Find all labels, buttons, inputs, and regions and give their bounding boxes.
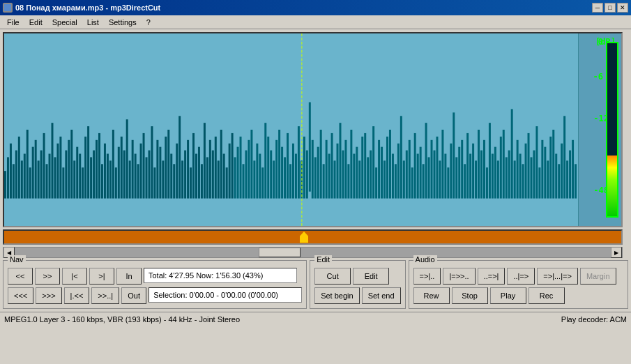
svg-rect-151	[417, 154, 419, 199]
scrollbar[interactable]: ◀ ▶	[3, 247, 623, 258]
svg-rect-146	[403, 160, 405, 198]
svg-rect-33	[90, 157, 92, 198]
svg-rect-5	[13, 164, 15, 198]
set-begin-button[interactable]: Set begin	[314, 287, 359, 304]
svg-rect-130	[358, 160, 360, 198]
svg-rect-49	[135, 154, 137, 199]
audio-btn3[interactable]: ..=>|	[478, 268, 505, 285]
svg-rect-30	[82, 167, 84, 198]
svg-rect-199	[549, 137, 552, 199]
svg-rect-195	[538, 167, 540, 198]
margin-button[interactable]: Margin	[580, 268, 616, 285]
nav-back-button[interactable]: <<	[8, 268, 33, 285]
set-end-button[interactable]: Set end	[362, 287, 401, 304]
svg-rect-59	[162, 160, 164, 198]
svg-rect-23	[62, 167, 64, 198]
audio-btn4[interactable]: ..|=>	[507, 268, 535, 285]
nav-next-button[interactable]: >|	[89, 268, 114, 285]
rec-button[interactable]: Rec	[529, 287, 565, 304]
audio-btn1[interactable]: =>|..	[413, 268, 441, 285]
svg-rect-19	[52, 123, 54, 198]
svg-rect-208	[575, 164, 577, 198]
svg-rect-96	[264, 123, 266, 198]
svg-rect-166	[458, 147, 460, 199]
nav-prev-slow-button[interactable]: |.<<	[64, 287, 90, 304]
nav-forward-button[interactable]: >>	[35, 268, 60, 285]
play-button[interactable]: Play	[490, 287, 526, 304]
menu-list[interactable]: List	[83, 17, 103, 28]
nav-prev-button[interactable]: |<	[62, 268, 87, 285]
rew-button[interactable]: Rew	[413, 287, 450, 304]
svg-rect-182	[503, 130, 505, 199]
svg-rect-139	[383, 160, 386, 198]
edit-panel: Edit Cut Edit Set begin Set end	[310, 260, 405, 309]
svg-rect-145	[400, 116, 402, 198]
nav-out-button[interactable]: Out	[121, 287, 146, 304]
audio-btn5[interactable]: =>|...|=>	[537, 268, 578, 285]
stop-button[interactable]: Stop	[452, 287, 488, 304]
svg-rect-163	[450, 144, 452, 199]
bottom-panels: Nav << >> |< >| In Total: 4'27.95 Now: 1…	[3, 260, 628, 309]
svg-rect-68	[187, 140, 189, 199]
svg-rect-3	[7, 157, 9, 198]
audio-btn2[interactable]: |=>>..	[443, 268, 475, 285]
svg-rect-37	[101, 164, 103, 198]
svg-rect-207	[572, 140, 574, 199]
svg-rect-174	[480, 151, 482, 199]
svg-rect-18	[49, 154, 51, 199]
svg-rect-178	[492, 154, 494, 199]
svg-rect-84	[231, 133, 234, 199]
svg-rect-202	[558, 164, 560, 198]
main-content: [dB] 0 -6 -12 -48 ◀ ▶ Nav <<	[0, 29, 631, 312]
minimize-button[interactable]: ─	[592, 3, 603, 13]
svg-rect-119	[328, 154, 330, 199]
svg-rect-10	[26, 130, 29, 199]
nav-back-slow-button[interactable]: <<<	[8, 287, 33, 304]
edit-controls: Cut Edit Set begin Set end	[314, 268, 400, 304]
scroll-right-button[interactable]: ▶	[611, 247, 622, 258]
waveform-svg	[4, 33, 578, 226]
nav-forward-slow-button[interactable]: >>>	[36, 287, 61, 304]
svg-rect-128	[353, 154, 355, 199]
svg-rect-180	[497, 160, 499, 198]
svg-rect-120	[331, 133, 333, 199]
svg-rect-136	[375, 167, 377, 198]
menu-help[interactable]: ?	[142, 17, 155, 28]
cut-button[interactable]: Cut	[314, 268, 351, 285]
menu-edit[interactable]: Edit	[25, 17, 47, 28]
svg-rect-91	[250, 130, 252, 199]
svg-rect-78	[215, 137, 217, 199]
nav-next-slow-button[interactable]: >>..|	[91, 287, 119, 304]
svg-rect-48	[132, 140, 134, 199]
svg-rect-171	[472, 144, 474, 199]
svg-rect-32	[87, 126, 89, 198]
menu-file[interactable]: File	[3, 17, 24, 28]
scrollbar-thumb[interactable]	[259, 248, 301, 257]
waveform-container[interactable]: [dB] 0 -6 -12 -48	[3, 32, 623, 227]
svg-rect-62	[170, 154, 172, 199]
maximize-button[interactable]: □	[605, 3, 616, 13]
window-title: 08 Понад хмарами.mp3 - mp3DirectCut	[15, 3, 160, 12]
edit-button[interactable]: Edit	[353, 268, 389, 285]
menu-special[interactable]: Special	[48, 17, 82, 28]
svg-rect-40	[109, 160, 112, 198]
svg-rect-154	[425, 123, 427, 198]
edit-row-2: Set begin Set end	[314, 287, 400, 304]
nav-row-1: << >> |< >| In Total: 4'27.95 Now: 1'56.…	[8, 268, 302, 285]
svg-rect-160	[441, 130, 443, 199]
timeline-bar[interactable]	[3, 229, 623, 245]
svg-rect-8	[21, 160, 23, 198]
svg-rect-113	[312, 140, 314, 199]
svg-rect-149	[411, 167, 413, 198]
menu-settings[interactable]: Settings	[105, 17, 141, 28]
svg-rect-134	[370, 151, 372, 199]
svg-rect-55	[151, 126, 153, 198]
scrollbar-track[interactable]	[15, 248, 611, 257]
svg-rect-205	[566, 160, 568, 198]
svg-rect-90	[248, 140, 250, 199]
nav-in-button[interactable]: In	[116, 268, 142, 285]
svg-rect-179	[494, 147, 496, 199]
svg-rect-142	[392, 154, 394, 199]
svg-rect-138	[381, 147, 383, 199]
close-button[interactable]: ✕	[617, 3, 628, 13]
